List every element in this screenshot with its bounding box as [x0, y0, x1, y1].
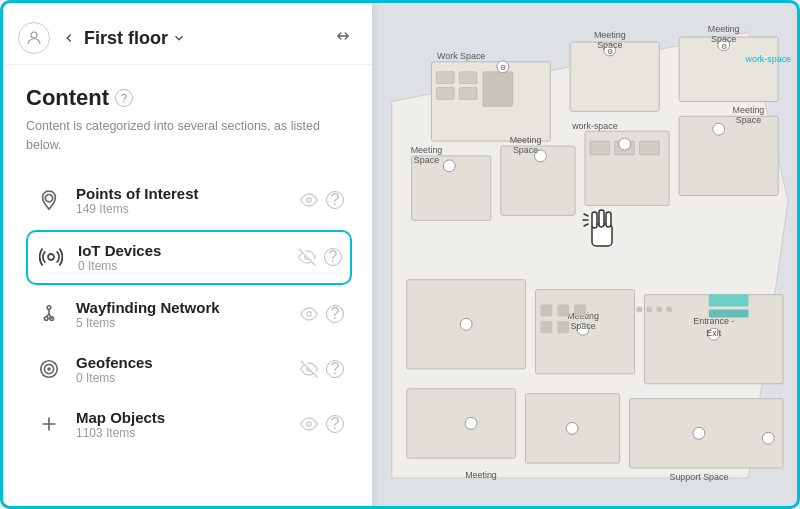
floor-name: First floor [84, 28, 168, 49]
svg-text:Meeting: Meeting [733, 105, 765, 115]
content-help-icon[interactable]: ? [115, 89, 133, 107]
map-objects-actions: ? [300, 415, 344, 433]
wayfinding-name: Wayfinding Network [76, 299, 292, 316]
svg-text:Space: Space [711, 34, 736, 44]
svg-point-8 [307, 312, 312, 317]
svg-point-56 [693, 427, 705, 439]
content-title-row: Content ? [26, 85, 352, 111]
geofences-visibility-icon[interactable] [300, 360, 318, 378]
collapse-button[interactable] [334, 27, 352, 49]
svg-point-49 [619, 138, 631, 150]
nav-controls: First floor [62, 27, 352, 49]
svg-rect-27 [436, 88, 454, 100]
svg-rect-24 [679, 116, 778, 195]
map-objects-name: Map Objects [76, 409, 292, 426]
list-item[interactable]: IoT Devices 0 Items ? [26, 230, 352, 285]
svg-point-47 [443, 160, 455, 172]
svg-point-79 [656, 307, 662, 313]
list-item[interactable]: Points of Interest 149 Items ? [26, 175, 352, 226]
poi-visibility-icon[interactable] [300, 191, 318, 209]
wayfinding-text: Wayfinding Network 5 Items [76, 299, 292, 330]
svg-rect-84 [540, 321, 552, 333]
svg-point-11 [48, 368, 50, 370]
svg-text:⚙: ⚙ [500, 64, 506, 71]
svg-rect-40 [630, 399, 784, 468]
geofences-help-icon[interactable]: ? [326, 360, 344, 378]
svg-text:Space: Space [736, 115, 761, 125]
iot-icon [36, 242, 66, 272]
list-item[interactable]: Wayfinding Network 5 Items ? [26, 289, 352, 340]
svg-point-77 [637, 307, 643, 313]
svg-text:Work Space: Work Space [437, 51, 485, 61]
iot-visibility-icon[interactable] [298, 248, 316, 266]
svg-text:work-space: work-space [745, 54, 792, 64]
geofences-name: Geofences [76, 354, 292, 371]
svg-text:Space: Space [513, 145, 538, 155]
geofences-icon [34, 354, 64, 384]
map-objects-icon [34, 409, 64, 439]
list-item[interactable]: Map Objects 1103 Items ? [26, 399, 352, 450]
svg-rect-28 [459, 88, 477, 100]
svg-point-0 [31, 32, 37, 38]
map-objects-text: Map Objects 1103 Items [76, 409, 292, 440]
svg-point-2 [307, 198, 312, 203]
svg-text:Support Space: Support Space [669, 472, 728, 482]
svg-point-6 [44, 317, 48, 321]
svg-point-54 [465, 417, 477, 429]
sidebar-body: Content ? Content is categorized into se… [2, 65, 372, 507]
sidebar-header: First floor [2, 2, 372, 65]
svg-text:Meeting: Meeting [708, 24, 740, 34]
svg-rect-25 [436, 72, 454, 84]
svg-text:Meeting: Meeting [510, 135, 542, 145]
svg-point-3 [48, 254, 54, 260]
wayfinding-visibility-icon[interactable] [300, 305, 318, 323]
svg-point-1 [45, 195, 52, 202]
poi-count: 149 Items [76, 202, 292, 216]
floor-title[interactable]: First floor [84, 28, 186, 49]
svg-point-57 [762, 432, 774, 444]
svg-text:Meeting: Meeting [594, 30, 626, 40]
wayfinding-help-icon[interactable]: ? [326, 305, 344, 323]
svg-text:Space: Space [570, 321, 595, 331]
poi-text: Points of Interest 149 Items [76, 185, 292, 216]
geofences-text: Geofences 0 Items [76, 354, 292, 385]
svg-text:Space: Space [597, 40, 622, 50]
map-objects-count: 1103 Items [76, 426, 292, 440]
svg-rect-26 [459, 72, 477, 84]
svg-rect-32 [639, 141, 659, 155]
wayfinding-actions: ? [300, 305, 344, 323]
svg-text:Meeting: Meeting [465, 470, 497, 480]
list-item[interactable]: Geofences 0 Items ? [26, 344, 352, 395]
svg-text:Space: Space [414, 155, 439, 165]
svg-rect-81 [540, 305, 552, 317]
map-area[interactable]: ⚙ ⚙ ⚙ Work Space Meeting Space Meeting S… [372, 2, 798, 507]
geofences-actions: ? [300, 360, 344, 378]
svg-point-50 [713, 123, 725, 135]
content-description: Content is categorized into several sect… [26, 117, 352, 155]
chevron-down-icon [172, 31, 186, 45]
svg-text:Entrance -: Entrance - [693, 316, 734, 326]
wayfinding-icon [34, 299, 64, 329]
poi-help-icon[interactable]: ? [326, 191, 344, 209]
svg-rect-36 [709, 295, 749, 307]
map-objects-visibility-icon[interactable] [300, 415, 318, 433]
iot-name: IoT Devices [78, 242, 290, 259]
iot-actions: ? [298, 248, 342, 266]
wayfinding-count: 5 Items [76, 316, 292, 330]
iot-text: IoT Devices 0 Items [78, 242, 290, 273]
svg-rect-29 [483, 72, 513, 107]
geofences-count: 0 Items [76, 371, 292, 385]
svg-text:Exit: Exit [706, 328, 721, 338]
poi-actions: ? [300, 191, 344, 209]
svg-point-55 [566, 422, 578, 434]
svg-text:Meeting: Meeting [411, 145, 443, 155]
svg-point-5 [47, 306, 51, 310]
map-objects-help-icon[interactable]: ? [326, 415, 344, 433]
poi-icon [34, 185, 64, 215]
svg-text:work-space: work-space [571, 121, 618, 131]
svg-rect-38 [407, 389, 516, 458]
back-button[interactable] [62, 31, 78, 45]
iot-help-icon[interactable]: ? [324, 248, 342, 266]
svg-rect-85 [557, 321, 569, 333]
user-avatar[interactable] [18, 22, 50, 54]
